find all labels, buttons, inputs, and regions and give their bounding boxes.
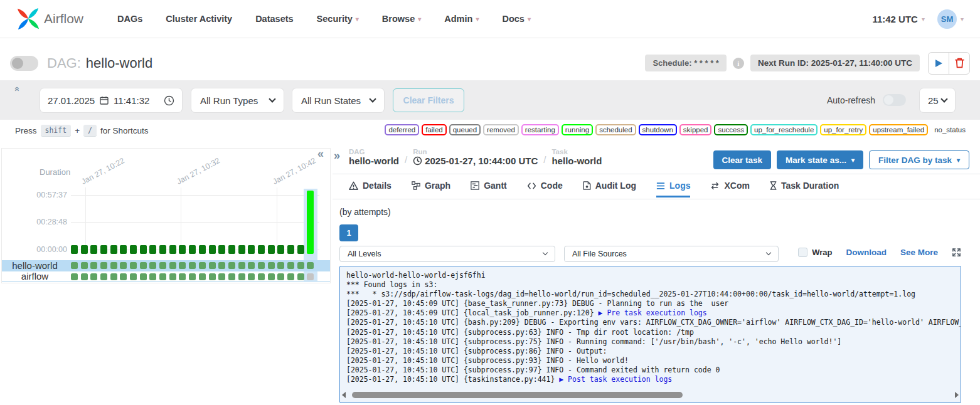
tab-logs[interactable]: Logs bbox=[656, 181, 690, 197]
grid-row-hello-world[interactable]: hello-world bbox=[2, 260, 330, 271]
tab-audit-log[interactable]: Audit Log bbox=[583, 181, 636, 197]
nav-item-cluster-activity[interactable]: Cluster Activity bbox=[166, 14, 232, 24]
task-instance-square[interactable] bbox=[110, 262, 117, 269]
crumb-task-value[interactable]: hello-world bbox=[551, 155, 602, 166]
task-instance-square[interactable] bbox=[159, 273, 166, 280]
task-instance-square[interactable] bbox=[159, 262, 166, 269]
crumb-dag-value[interactable]: hello-world bbox=[349, 155, 399, 166]
state-badge-deferred[interactable]: deferred bbox=[385, 124, 419, 135]
attempt-1-button[interactable]: 1 bbox=[339, 224, 358, 241]
state-badge-up_for_reschedule[interactable]: up_for_reschedule bbox=[750, 124, 818, 135]
schedule-info-icon[interactable]: i bbox=[733, 58, 744, 69]
clear-filters-button[interactable]: Clear Filters bbox=[393, 88, 464, 112]
nav-item-security[interactable]: Security bbox=[317, 14, 359, 24]
task-instance-square[interactable] bbox=[238, 262, 245, 269]
task-instance-square[interactable] bbox=[228, 262, 235, 269]
state-badge-shutdown[interactable]: shutdown bbox=[639, 124, 677, 135]
task-instance-square[interactable] bbox=[277, 262, 284, 269]
log-level-select[interactable]: All Levels bbox=[339, 246, 555, 262]
tab-task-duration[interactable]: Task Duration bbox=[770, 181, 839, 197]
duration-bar[interactable] bbox=[71, 245, 78, 254]
nav-item-docs[interactable]: Docs bbox=[502, 14, 531, 24]
duration-bar[interactable] bbox=[218, 245, 225, 254]
run-states-select[interactable]: All Run States bbox=[292, 88, 384, 112]
see-more-link[interactable]: See More bbox=[900, 248, 938, 257]
task-instance-square[interactable] bbox=[110, 273, 117, 280]
duration-bar[interactable] bbox=[110, 245, 117, 254]
grid-row-airflow[interactable]: airflow bbox=[2, 271, 330, 283]
log-horizontal-scrollbar[interactable] bbox=[342, 391, 959, 399]
tab-xcom[interactable]: XCom bbox=[710, 181, 749, 197]
log-group-link[interactable]: ▶ Post task execution logs bbox=[559, 375, 672, 384]
task-instance-square[interactable] bbox=[258, 262, 265, 269]
task-instance-square[interactable] bbox=[120, 273, 127, 280]
task-instance-square[interactable] bbox=[199, 273, 206, 280]
task-instance-square[interactable] bbox=[268, 273, 275, 280]
task-instance-square[interactable] bbox=[71, 273, 78, 280]
tab-graph[interactable]: Graph bbox=[412, 181, 450, 197]
duration-bar[interactable] bbox=[140, 245, 147, 254]
task-instance-square[interactable] bbox=[307, 262, 314, 269]
download-link[interactable]: Download bbox=[846, 248, 887, 257]
task-instance-square[interactable] bbox=[169, 262, 176, 269]
task-instance-square[interactable] bbox=[248, 273, 255, 280]
state-badge-up_for_retry[interactable]: up_for_retry bbox=[820, 124, 866, 135]
duration-bar[interactable] bbox=[179, 245, 186, 254]
clear-task-button[interactable]: Clear task bbox=[713, 150, 772, 169]
task-instance-square[interactable] bbox=[307, 273, 314, 280]
task-instance-square[interactable] bbox=[120, 262, 127, 269]
duration-bar[interactable] bbox=[90, 245, 97, 254]
duration-bar[interactable] bbox=[130, 245, 137, 254]
duration-bar[interactable] bbox=[169, 245, 176, 254]
task-instance-square[interactable] bbox=[209, 262, 216, 269]
duration-bar[interactable] bbox=[149, 245, 156, 254]
duration-bar[interactable] bbox=[258, 245, 265, 254]
state-badge-failed[interactable]: failed bbox=[422, 124, 447, 135]
wrap-checkbox[interactable] bbox=[798, 248, 807, 257]
dag-pause-toggle[interactable] bbox=[10, 56, 38, 71]
duration-bar[interactable] bbox=[268, 245, 275, 254]
task-instance-square[interactable] bbox=[71, 262, 78, 269]
scroll-right-icon[interactable] bbox=[955, 392, 959, 398]
task-instance-square[interactable] bbox=[149, 262, 156, 269]
task-instance-square[interactable] bbox=[189, 273, 196, 280]
file-source-select[interactable]: All File Sources bbox=[564, 246, 779, 262]
duration-bar[interactable] bbox=[287, 245, 294, 254]
duration-bar[interactable] bbox=[297, 245, 304, 254]
page-size-select[interactable]: 25 bbox=[920, 88, 955, 112]
state-badge-upstream_failed[interactable]: upstream_failed bbox=[869, 124, 928, 135]
duration-bar[interactable] bbox=[199, 245, 206, 254]
mark-state-as-button[interactable]: Mark state as... bbox=[777, 150, 863, 169]
task-instance-square[interactable] bbox=[268, 262, 275, 269]
collapse-filters-icon[interactable]: « bbox=[13, 87, 23, 92]
task-instance-square[interactable] bbox=[238, 273, 245, 280]
task-instance-square[interactable] bbox=[130, 273, 137, 280]
duration-bar[interactable] bbox=[228, 245, 235, 254]
tab-code[interactable]: Code bbox=[527, 181, 563, 197]
task-instance-square[interactable] bbox=[199, 262, 206, 269]
log-group-link[interactable]: ▶ Pre task execution logs bbox=[599, 308, 707, 317]
datetime-picker[interactable]: 27.01.2025 11:41:32 bbox=[40, 88, 182, 112]
task-instance-square[interactable] bbox=[297, 262, 304, 269]
task-instance-square[interactable] bbox=[100, 262, 107, 269]
scroll-left-icon[interactable] bbox=[342, 392, 346, 398]
task-instance-square[interactable] bbox=[248, 262, 255, 269]
task-instance-square[interactable] bbox=[287, 262, 294, 269]
task-instance-square[interactable] bbox=[297, 273, 304, 280]
expand-panel-icon[interactable]: » bbox=[334, 149, 340, 162]
state-badge-skipped[interactable]: skipped bbox=[679, 124, 712, 135]
fullscreen-icon[interactable] bbox=[952, 248, 961, 257]
state-badge-no_status[interactable]: no_status bbox=[930, 124, 969, 135]
task-instance-square[interactable] bbox=[90, 262, 97, 269]
task-instance-square[interactable] bbox=[258, 273, 265, 280]
collapse-grid-icon[interactable]: « bbox=[317, 147, 324, 160]
task-instance-square[interactable] bbox=[228, 273, 235, 280]
run-types-select[interactable]: All Run Types bbox=[191, 88, 284, 112]
nav-item-browse[interactable]: Browse bbox=[382, 14, 421, 24]
task-instance-square[interactable] bbox=[189, 262, 196, 269]
avatar[interactable]: SM bbox=[937, 9, 957, 29]
state-badge-running[interactable]: running bbox=[562, 124, 593, 135]
task-instance-square[interactable] bbox=[277, 273, 284, 280]
task-instance-square[interactable] bbox=[209, 273, 216, 280]
task-instance-square[interactable] bbox=[130, 262, 137, 269]
